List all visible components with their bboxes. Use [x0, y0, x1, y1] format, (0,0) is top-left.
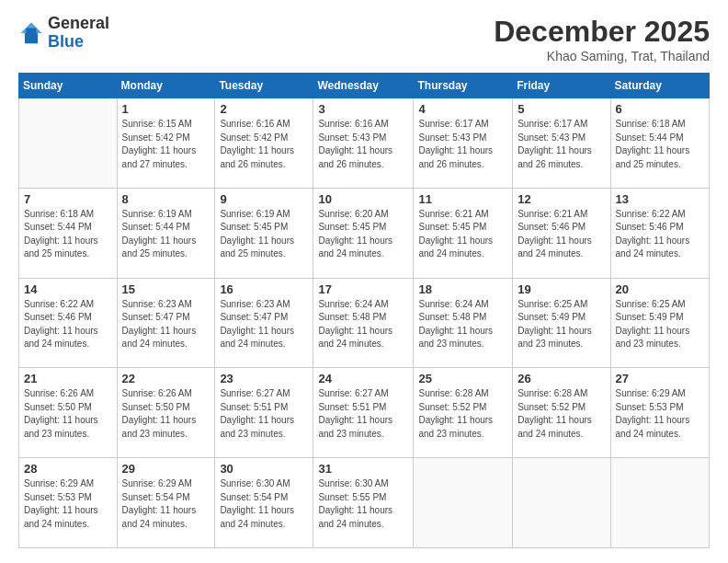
day-detail: Sunrise: 6:15 AM Sunset: 5:42 PM Dayligh…: [122, 118, 210, 171]
calendar-cell: 29Sunrise: 6:29 AM Sunset: 5:54 PM Dayli…: [117, 458, 215, 548]
day-detail: Sunrise: 6:23 AM Sunset: 5:47 PM Dayligh…: [122, 298, 210, 351]
day-detail: Sunrise: 6:21 AM Sunset: 5:45 PM Dayligh…: [418, 208, 507, 261]
header: General Blue December 2025 Khao Saming, …: [18, 15, 710, 63]
calendar-cell: 28Sunrise: 6:29 AM Sunset: 5:53 PM Dayli…: [19, 458, 118, 548]
day-number: 23: [220, 372, 308, 385]
day-detail: Sunrise: 6:19 AM Sunset: 5:44 PM Dayligh…: [122, 208, 210, 261]
calendar-cell: 4Sunrise: 6:17 AM Sunset: 5:43 PM Daylig…: [414, 98, 513, 189]
calendar-cell: 20Sunrise: 6:25 AM Sunset: 5:49 PM Dayli…: [610, 278, 709, 368]
calendar-cell: 8Sunrise: 6:19 AM Sunset: 5:44 PM Daylig…: [117, 188, 215, 278]
title-block: December 2025 Khao Saming, Trat, Thailan…: [494, 15, 710, 63]
logo-blue: Blue: [48, 33, 109, 52]
day-detail: Sunrise: 6:26 AM Sunset: 5:50 PM Dayligh…: [24, 387, 112, 441]
calendar-cell: 2Sunrise: 6:16 AM Sunset: 5:42 PM Daylig…: [215, 98, 313, 189]
day-number: 11: [418, 192, 507, 206]
day-detail: Sunrise: 6:16 AM Sunset: 5:43 PM Dayligh…: [318, 118, 408, 171]
calendar-table: SundayMondayTuesdayWednesdayThursdayFrid…: [18, 73, 710, 548]
day-number: 29: [122, 462, 210, 476]
day-number: 25: [418, 372, 507, 385]
calendar-cell: 9Sunrise: 6:19 AM Sunset: 5:45 PM Daylig…: [215, 188, 313, 278]
calendar-week-row: 28Sunrise: 6:29 AM Sunset: 5:53 PM Dayli…: [19, 458, 710, 548]
calendar-cell: 5Sunrise: 6:17 AM Sunset: 5:43 PM Daylig…: [513, 98, 610, 189]
day-detail: Sunrise: 6:16 AM Sunset: 5:42 PM Dayligh…: [220, 118, 308, 171]
calendar-header-thursday: Thursday: [414, 74, 513, 98]
calendar-header-row: SundayMondayTuesdayWednesdayThursdayFrid…: [19, 74, 710, 98]
day-number: 28: [24, 462, 112, 476]
calendar-cell: 21Sunrise: 6:26 AM Sunset: 5:50 PM Dayli…: [19, 368, 118, 458]
calendar-header-saturday: Saturday: [610, 74, 709, 98]
day-number: 10: [318, 192, 408, 206]
day-detail: Sunrise: 6:18 AM Sunset: 5:44 PM Dayligh…: [24, 208, 112, 261]
calendar-cell: 30Sunrise: 6:30 AM Sunset: 5:54 PM Dayli…: [215, 458, 313, 548]
day-number: 6: [616, 102, 704, 116]
day-number: 20: [616, 282, 704, 296]
day-number: 30: [220, 462, 308, 476]
calendar-header-tuesday: Tuesday: [215, 74, 313, 98]
calendar-cell: 6Sunrise: 6:18 AM Sunset: 5:44 PM Daylig…: [610, 98, 709, 189]
day-number: 21: [24, 372, 112, 385]
calendar-cell: 24Sunrise: 6:27 AM Sunset: 5:51 PM Dayli…: [313, 368, 414, 458]
location: Khao Saming, Trat, Thailand: [494, 49, 710, 63]
day-number: 19: [518, 282, 605, 296]
day-number: 8: [122, 192, 210, 206]
calendar-cell: 10Sunrise: 6:20 AM Sunset: 5:45 PM Dayli…: [313, 188, 414, 278]
day-detail: Sunrise: 6:28 AM Sunset: 5:52 PM Dayligh…: [518, 387, 605, 441]
day-detail: Sunrise: 6:29 AM Sunset: 5:53 PM Dayligh…: [616, 387, 704, 441]
month-title: December 2025: [494, 15, 710, 49]
day-detail: Sunrise: 6:24 AM Sunset: 5:48 PM Dayligh…: [418, 298, 507, 351]
day-detail: Sunrise: 6:20 AM Sunset: 5:45 PM Dayligh…: [318, 208, 408, 261]
calendar-cell: 22Sunrise: 6:26 AM Sunset: 5:50 PM Dayli…: [117, 368, 215, 458]
day-detail: Sunrise: 6:25 AM Sunset: 5:49 PM Dayligh…: [616, 298, 704, 351]
day-detail: Sunrise: 6:26 AM Sunset: 5:50 PM Dayligh…: [122, 387, 210, 441]
day-number: 4: [418, 102, 507, 116]
day-detail: Sunrise: 6:23 AM Sunset: 5:47 PM Dayligh…: [220, 298, 308, 351]
calendar-cell: 25Sunrise: 6:28 AM Sunset: 5:52 PM Dayli…: [414, 368, 513, 458]
day-number: 26: [518, 372, 605, 385]
day-number: 5: [518, 102, 605, 116]
day-number: 24: [318, 372, 408, 385]
calendar-header-monday: Monday: [117, 74, 215, 98]
day-number: 14: [24, 282, 112, 296]
calendar-cell: 31Sunrise: 6:30 AM Sunset: 5:55 PM Dayli…: [313, 458, 414, 548]
day-detail: Sunrise: 6:18 AM Sunset: 5:44 PM Dayligh…: [616, 118, 704, 171]
calendar-cell: 16Sunrise: 6:23 AM Sunset: 5:47 PM Dayli…: [215, 278, 313, 368]
day-number: 15: [122, 282, 210, 296]
day-detail: Sunrise: 6:27 AM Sunset: 5:51 PM Dayligh…: [220, 387, 308, 441]
calendar-cell: 15Sunrise: 6:23 AM Sunset: 5:47 PM Dayli…: [117, 278, 215, 368]
day-detail: Sunrise: 6:21 AM Sunset: 5:46 PM Dayligh…: [518, 208, 605, 261]
page: General Blue December 2025 Khao Saming, …: [0, 0, 728, 563]
logo-icon: [18, 20, 44, 46]
calendar-cell: 14Sunrise: 6:22 AM Sunset: 5:46 PM Dayli…: [19, 278, 118, 368]
calendar-cell: 3Sunrise: 6:16 AM Sunset: 5:43 PM Daylig…: [313, 98, 414, 189]
calendar-cell: 13Sunrise: 6:22 AM Sunset: 5:46 PM Dayli…: [610, 188, 709, 278]
calendar-cell: 26Sunrise: 6:28 AM Sunset: 5:52 PM Dayli…: [513, 368, 610, 458]
day-number: 27: [616, 372, 704, 385]
calendar-cell: 1Sunrise: 6:15 AM Sunset: 5:42 PM Daylig…: [117, 98, 215, 189]
day-detail: Sunrise: 6:30 AM Sunset: 5:55 PM Dayligh…: [318, 477, 408, 531]
calendar-cell: [414, 458, 513, 548]
calendar-cell: 18Sunrise: 6:24 AM Sunset: 5:48 PM Dayli…: [414, 278, 513, 368]
day-detail: Sunrise: 6:29 AM Sunset: 5:53 PM Dayligh…: [24, 477, 112, 531]
calendar-cell: 12Sunrise: 6:21 AM Sunset: 5:46 PM Dayli…: [513, 188, 610, 278]
day-detail: Sunrise: 6:22 AM Sunset: 5:46 PM Dayligh…: [24, 298, 112, 351]
day-number: 16: [220, 282, 308, 296]
logo-general: General: [48, 15, 109, 33]
day-number: 7: [24, 192, 112, 206]
calendar-cell: 11Sunrise: 6:21 AM Sunset: 5:45 PM Dayli…: [414, 188, 513, 278]
calendar-week-row: 1Sunrise: 6:15 AM Sunset: 5:42 PM Daylig…: [19, 98, 710, 189]
calendar-cell: 7Sunrise: 6:18 AM Sunset: 5:44 PM Daylig…: [19, 188, 118, 278]
day-detail: Sunrise: 6:29 AM Sunset: 5:54 PM Dayligh…: [122, 477, 210, 531]
calendar-cell: 19Sunrise: 6:25 AM Sunset: 5:49 PM Dayli…: [513, 278, 610, 368]
day-detail: Sunrise: 6:22 AM Sunset: 5:46 PM Dayligh…: [616, 208, 704, 261]
day-number: 3: [318, 102, 408, 116]
calendar-cell: 27Sunrise: 6:29 AM Sunset: 5:53 PM Dayli…: [610, 368, 709, 458]
day-detail: Sunrise: 6:28 AM Sunset: 5:52 PM Dayligh…: [418, 387, 507, 441]
day-detail: Sunrise: 6:19 AM Sunset: 5:45 PM Dayligh…: [220, 208, 308, 261]
day-number: 31: [318, 462, 408, 476]
calendar-week-row: 7Sunrise: 6:18 AM Sunset: 5:44 PM Daylig…: [19, 188, 710, 278]
day-detail: Sunrise: 6:25 AM Sunset: 5:49 PM Dayligh…: [518, 298, 605, 351]
day-detail: Sunrise: 6:27 AM Sunset: 5:51 PM Dayligh…: [318, 387, 408, 441]
calendar-cell: 17Sunrise: 6:24 AM Sunset: 5:48 PM Dayli…: [313, 278, 414, 368]
day-number: 2: [220, 102, 308, 116]
calendar-week-row: 21Sunrise: 6:26 AM Sunset: 5:50 PM Dayli…: [19, 368, 710, 458]
